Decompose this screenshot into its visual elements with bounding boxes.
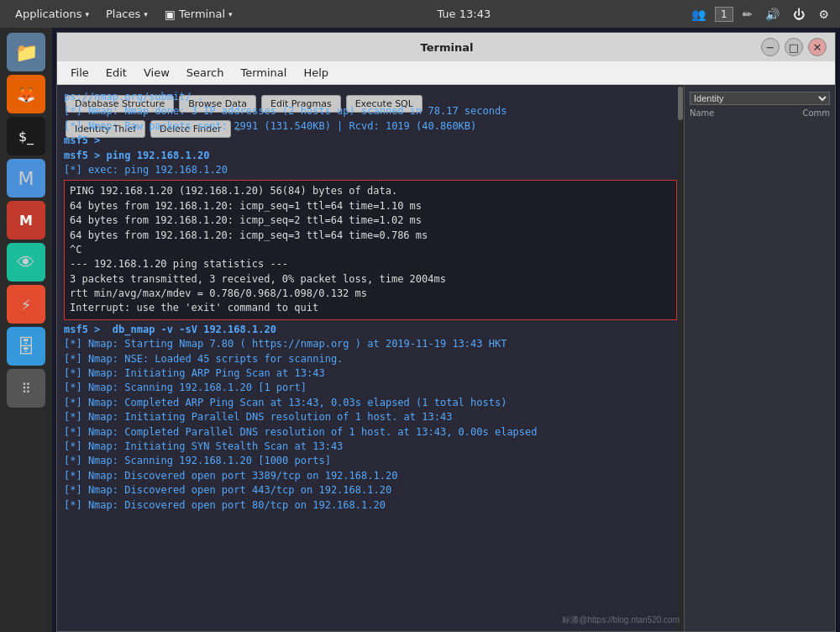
terminal-line: [*] Nmap: NSE: Loaded 45 scripts for sca… xyxy=(64,352,677,366)
menu-file[interactable]: File xyxy=(64,65,96,81)
terminal-line: rtt min/avg/max/mdev = 0.786/0.968/1.098… xyxy=(70,287,671,301)
terminal-line: [*] Nmap: Scanning 192.168.1.20 [1 port] xyxy=(64,381,677,395)
name-col-header: Name xyxy=(690,108,715,118)
terminal-line: ps://nmap.org/submit/ . xyxy=(64,90,677,104)
terminal-line: [*] Nmap: Initiating Parallel DNS resolu… xyxy=(64,410,677,424)
pencil-icon[interactable]: ✏ xyxy=(738,6,757,23)
bg-right-row-header: Name Comm xyxy=(690,108,830,118)
sysbar-clock: Tue 13:43 xyxy=(241,8,688,20)
workspace-badge[interactable]: 1 xyxy=(715,7,733,22)
terminal-line: Interrupt: use the 'exit' command to qui… xyxy=(70,301,671,315)
identity-label: Identity xyxy=(690,92,830,105)
sidebar-item-db[interactable]: 🗄 xyxy=(7,327,45,366)
terminal-line: msf5 > ping 192.168.1.20 xyxy=(64,149,677,163)
sidebar-item-mail[interactable]: M xyxy=(7,159,45,198)
close-button[interactable]: ✕ xyxy=(808,38,827,56)
menu-edit[interactable]: Edit xyxy=(99,65,134,81)
terminal-line: 64 bytes from 192.168.1.20: icmp_seq=1 t… xyxy=(70,199,671,213)
scrollbar[interactable] xyxy=(677,85,684,631)
terminal-menubar: File Edit View Search Terminal Help xyxy=(57,61,835,85)
terminal-line: [*] Nmap: Completed Parallel DNS resolut… xyxy=(64,425,677,440)
terminal-line: [*] Nmap: Starting Nmap 7.80 ( https://n… xyxy=(64,337,677,351)
terminal-line: [*] Nmap: Discovered open port 80/tcp on… xyxy=(64,498,677,513)
terminal-line: 64 bytes from 192.168.1.20: icmp_seq=3 t… xyxy=(70,229,671,243)
terminal-arrow: ▾ xyxy=(228,10,233,18)
places-menu[interactable]: Places ▾ xyxy=(97,0,156,28)
scroll-thumb[interactable] xyxy=(678,87,683,120)
watermark: 标潘@https://blog.ntan520.com xyxy=(562,614,680,626)
terminal-line: --- 192.168.1.20 ping statistics --- xyxy=(70,257,671,271)
identity-select[interactable]: Identity xyxy=(690,92,830,105)
menu-view[interactable]: View xyxy=(137,65,176,81)
terminal-line: [*] Nmap: Discovered open port 3389/tcp … xyxy=(64,469,677,483)
terminal-line: 64 bytes from 192.168.1.20: icmp_seq=2 t… xyxy=(70,213,671,228)
terminal-line: [*] Nmap: Scanning 192.168.1.20 [1000 po… xyxy=(64,454,677,468)
terminal-line: 3 packets transmitted, 3 received, 0% pa… xyxy=(70,272,671,287)
terminal-line: [*] Nmap: Completed ARP Ping Scan at 13:… xyxy=(64,396,677,410)
sidebar-item-metasploit[interactable]: M xyxy=(7,201,45,240)
people-icon[interactable]: 👥 xyxy=(687,6,710,23)
sysbar-right: 👥 1 ✏ 🔊 ⏻ ⚙ xyxy=(687,6,833,23)
sidebar: 📁 🦊 $_ M M 👁 ⚡ 🗄 ⠿ xyxy=(0,28,52,632)
terminal-line: msf5 > db_nmap -v -sV 192.168.1.20 xyxy=(64,323,677,337)
terminal-line: [*] Nmap: Nmap done: 3 IP addresses (2 h… xyxy=(64,104,677,118)
applications-label: Applications xyxy=(15,8,81,20)
sidebar-item-git[interactable]: ⚡ xyxy=(7,285,45,324)
clock-time: Tue 13:43 xyxy=(437,8,491,20)
terminal-menu[interactable]: ▣ Terminal ▾ xyxy=(156,0,241,28)
minimize-button[interactable]: − xyxy=(761,38,780,56)
sidebar-item-terminal[interactable]: $_ xyxy=(7,117,45,155)
terminal-titlebar: Terminal − □ ✕ xyxy=(57,33,835,61)
applications-menu[interactable]: Applications ▾ xyxy=(7,0,97,28)
comm-col-header: Comm xyxy=(802,108,830,118)
terminal-window: Terminal − □ ✕ File Edit View Search Ter… xyxy=(56,32,836,632)
ping-output-box: PING 192.168.1.20 (192.168.1.20) 56(84) … xyxy=(64,180,677,320)
menu-help[interactable]: Help xyxy=(297,65,335,81)
terminal-label: Terminal xyxy=(179,8,225,20)
places-arrow: ▾ xyxy=(144,10,148,18)
desktop: 📁 🦊 $_ M M 👁 ⚡ 🗄 ⠿ Terminal − □ ✕ File xyxy=(0,28,840,632)
terminal-title: Terminal xyxy=(421,41,474,54)
applications-arrow: ▾ xyxy=(85,10,89,18)
system-bar: Applications ▾ Places ▾ ▣ Terminal ▾ Tue… xyxy=(0,0,840,28)
volume-icon[interactable]: 🔊 xyxy=(761,6,784,23)
terminal-line: [*] Nmap: Discovered open port 443/tcp o… xyxy=(64,483,677,498)
bg-right-panel: Identity Name Comm xyxy=(684,85,835,631)
terminal-body: Database Structure Browse Data Edit Prag… xyxy=(57,85,835,631)
terminal-line: [*] Nmap: Initiating SYN Stealth Scan at… xyxy=(64,440,677,454)
power-icon[interactable]: ⏻ xyxy=(789,6,809,23)
menu-search[interactable]: Search xyxy=(180,65,231,81)
sidebar-item-firefox[interactable]: 🦊 xyxy=(7,75,45,113)
maximize-button[interactable]: □ xyxy=(785,38,803,56)
sidebar-item-folder[interactable]: 📁 xyxy=(7,33,45,71)
terminal-line: [*] Nmap: Initiating ARP Ping Scan at 13… xyxy=(64,366,677,381)
terminal-line: ^C xyxy=(70,243,671,257)
terminal-line: [*] Nmap: Raw packets sent: 2991 (131.54… xyxy=(64,119,677,134)
menu-terminal[interactable]: Terminal xyxy=(234,65,293,81)
sidebar-item-apps[interactable]: ⠿ xyxy=(7,369,45,408)
terminal-line: PING 192.168.1.20 (192.168.1.20) 56(84) … xyxy=(70,184,671,198)
terminal-output[interactable]: ps://nmap.org/submit/ . [*] Nmap: Nmap d… xyxy=(57,85,684,631)
window-controls: − □ ✕ xyxy=(761,38,827,56)
sidebar-item-eye[interactable]: 👁 xyxy=(7,243,45,282)
terminal-icon: ▣ xyxy=(165,8,176,21)
main-area: Terminal − □ ✕ File Edit View Search Ter… xyxy=(52,28,840,632)
settings-icon[interactable]: ⚙ xyxy=(814,6,833,23)
places-label: Places xyxy=(106,8,140,20)
terminal-line: [*] exec: ping 192.168.1.20 xyxy=(64,163,677,177)
terminal-line: msf5 > xyxy=(64,134,677,148)
